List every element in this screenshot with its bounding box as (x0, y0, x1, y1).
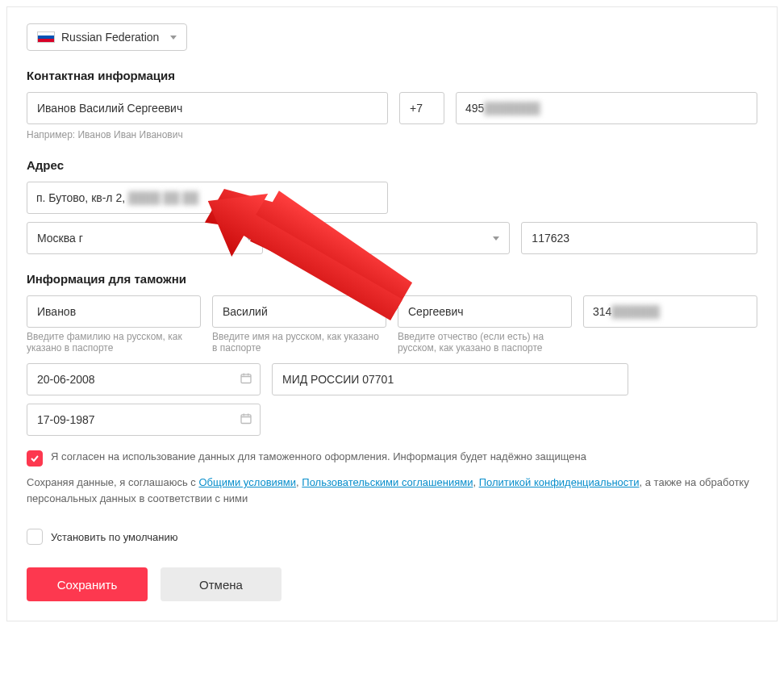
district-value: Бутово п (285, 232, 330, 245)
first-name-hint: Введите имя на русском, как указано в па… (212, 331, 386, 354)
set-default-label: Установить по умолчанию (51, 531, 177, 543)
cancel-button[interactable]: Отмена (161, 567, 281, 601)
consent-checkbox[interactable] (27, 450, 43, 467)
patronymic-hint: Введите отчество (если есть) на русском,… (398, 331, 572, 354)
city-value: Москва г (37, 232, 83, 245)
form-container: Russian Federation Контактная информация… (6, 6, 778, 621)
consent-text: Я согласен на использование данных для т… (51, 450, 586, 462)
chevron-down-icon (246, 236, 252, 241)
passport-issued-by-input[interactable] (272, 363, 628, 395)
passport-issue-date-input[interactable] (27, 363, 261, 395)
address-heading: Адрес (27, 158, 757, 172)
last-name-input[interactable] (27, 295, 201, 328)
chevron-down-icon (493, 236, 499, 241)
last-name-hint: Введите фамилию на русском, как указано … (27, 331, 201, 354)
full-name-hint: Например: Иванов Иван Иванович (27, 129, 757, 140)
postal-input[interactable] (521, 222, 757, 254)
city-select[interactable]: Москва г (27, 222, 263, 254)
phone-code: +7 (399, 92, 444, 124)
set-default-checkbox[interactable] (27, 529, 43, 545)
patronymic-input[interactable] (398, 295, 572, 328)
save-button[interactable]: Сохранить (27, 567, 148, 601)
link-user-agreement[interactable]: Пользовательскими соглашениями (302, 476, 473, 488)
full-name-input[interactable] (27, 92, 388, 124)
birth-date-input[interactable] (27, 404, 261, 436)
phone-number-input[interactable] (456, 92, 757, 124)
link-terms[interactable]: Общими условиями (198, 476, 296, 488)
country-name: Russian Federation (61, 31, 159, 44)
passport-number-input[interactable] (583, 295, 757, 328)
legal-text: Сохраняя данные, я соглашаюсь с Общими у… (27, 475, 757, 506)
flag-russia-icon (37, 31, 55, 43)
first-name-input[interactable] (212, 295, 386, 328)
district-select[interactable]: Бутово п (274, 222, 511, 254)
country-select[interactable]: Russian Federation (27, 23, 187, 51)
contact-heading: Контактная информация (27, 69, 757, 82)
street-input[interactable] (27, 182, 388, 214)
chevron-down-icon (170, 36, 177, 40)
link-privacy[interactable]: Политикой конфиденциальности (479, 476, 640, 488)
customs-heading: Информация для таможни (27, 272, 757, 286)
